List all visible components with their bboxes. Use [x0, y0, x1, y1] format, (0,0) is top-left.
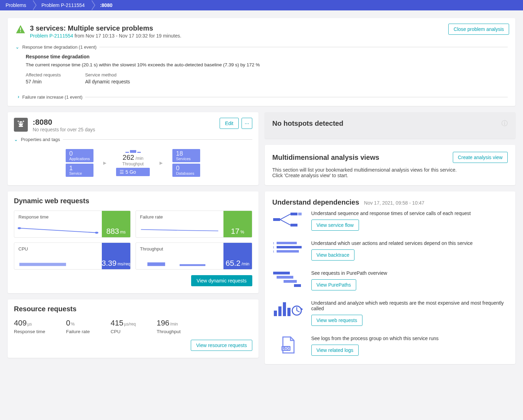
svg-line-35 [297, 311, 300, 312]
res-throughput: 196/min Throughput [157, 319, 181, 334]
event-1-toggle[interactable]: ⌄ Response time degradation (1 event) [15, 44, 508, 50]
svg-rect-29 [274, 311, 277, 316]
svg-point-4 [21, 122, 23, 124]
crumb-problems[interactable]: Problems [0, 0, 32, 10]
svg-rect-16 [291, 213, 297, 215]
event-1-detail: Response time degradation The current re… [15, 50, 508, 89]
svg-point-3 [19, 122, 21, 124]
svg-rect-26 [277, 276, 293, 279]
view-resource-requests-button[interactable]: View resource requests [191, 340, 252, 351]
warning-triangle-icon [15, 24, 26, 35]
flow-throughput: 262 /min Throughput ☰ 5 Go [116, 150, 150, 176]
service-avatar-icon [14, 118, 28, 132]
dep-web-requests-text: Understand and analyze which web request… [311, 300, 508, 311]
view-backtrace-button[interactable]: View backtrace [311, 249, 355, 261]
dep-backtrace-text: Understand which user actions and relate… [311, 240, 473, 246]
event-1-heading: Response time degradation [26, 54, 508, 59]
svg-rect-11 [147, 262, 165, 266]
create-analysis-view-button[interactable]: Create analysis view [453, 152, 508, 163]
svg-text:t: t [273, 241, 274, 245]
alert-subtitle: Problem P-2111554 from Nov 17 10:13 - No… [30, 33, 181, 39]
affected-requests: Affected requests 57 /min [26, 72, 61, 84]
svg-rect-13 [273, 218, 280, 221]
purepaths-icon [272, 270, 304, 290]
svg-rect-12 [180, 264, 205, 266]
svg-rect-22 [277, 246, 302, 248]
svg-line-14 [280, 214, 291, 220]
chevron-down-icon: ⌄ [15, 44, 19, 50]
web-requests-icon [272, 300, 304, 326]
svg-rect-27 [284, 280, 297, 283]
event-1-text: The current response time (20.1 s) withi… [26, 62, 508, 67]
problem-alert-card: 3 services: Multiple service problems Pr… [8, 18, 515, 106]
svg-rect-10 [19, 263, 66, 266]
flow-applications[interactable]: 0Applications [66, 149, 93, 162]
close-problem-analysis-button[interactable]: Close problem analysis [448, 24, 509, 35]
flow-go-bar[interactable]: ☰ 5 Go [116, 168, 150, 176]
svg-text:LOG: LOG [283, 347, 290, 351]
svg-rect-17 [298, 213, 302, 215]
dep-purepaths-text: See requests in PurePath overview [311, 270, 387, 276]
svg-rect-5 [19, 126, 23, 127]
metric-failure-rate[interactable]: Failure rate 17% [136, 211, 252, 238]
problem-link[interactable]: Problem P-2111554 [30, 33, 73, 39]
multidimensional-title: Multidimensional analysis views [272, 154, 379, 162]
svg-rect-20 [277, 242, 297, 244]
svg-rect-24 [277, 250, 299, 253]
info-icon[interactable]: ⓘ [501, 119, 508, 127]
res-cpu: 415µs/req CPU [111, 319, 136, 334]
multidimensional-text: This section will list your bookmarked m… [272, 167, 460, 178]
dependencies-card: Understand dependencies Nov 17, 2021, 09… [265, 191, 516, 364]
view-dynamic-requests-button[interactable]: View dynamic requests [191, 275, 252, 286]
res-response-time: 409µs Response time [14, 319, 45, 334]
svg-rect-0 [20, 27, 21, 30]
svg-marker-36 [301, 308, 303, 311]
multidimensional-card: Multidimensional analysis views Create a… [265, 145, 516, 185]
svg-point-9 [95, 232, 98, 234]
dependencies-timerange: Nov 17, 2021, 09:58 - 10:47 [364, 200, 425, 206]
view-web-requests-button[interactable]: View web requests [311, 315, 362, 326]
properties-toggle[interactable]: ⌄ Properties and tags [14, 137, 252, 142]
flow-services[interactable]: 18Services [172, 149, 200, 162]
svg-rect-28 [294, 284, 301, 287]
dependencies-title: Understand dependencies [272, 198, 359, 206]
metric-throughput[interactable]: Throughput 65.2/min [136, 242, 252, 270]
svg-point-7 [23, 121, 24, 122]
event-2-toggle[interactable]: ⌄ Failure rate increase (1 event) [15, 94, 508, 100]
svg-rect-31 [283, 302, 286, 316]
alert-title: 3 services: Multiple service problems [30, 24, 181, 32]
svg-rect-32 [287, 308, 291, 316]
resource-requests-card: Resource requests 409µs Response time 0%… [8, 299, 259, 358]
service-overview-card: :8080 No requests for over 25 days Edit … [8, 112, 259, 185]
resource-requests-title: Resource requests [14, 305, 252, 313]
res-failure-rate: 0% Failure rate [66, 319, 90, 334]
service-title: :8080 [33, 118, 95, 127]
service-flow-icon [272, 211, 304, 231]
svg-text:t: t [273, 246, 274, 249]
svg-rect-1 [20, 31, 21, 32]
chevron-down-icon: ⌄ [14, 137, 18, 142]
flow-service[interactable]: 1Service [66, 164, 93, 177]
more-actions-button[interactable]: ⋯ [242, 118, 252, 129]
view-service-flow-button[interactable]: View service flow [311, 220, 359, 231]
logs-icon: LOG [272, 336, 304, 356]
crumb-problem-id[interactable]: Problem P-2111554 [32, 0, 91, 10]
metric-response-time[interactable]: Response time 883ms [14, 211, 131, 238]
flow-databases[interactable]: 0Databases [172, 164, 200, 177]
service-subtitle: No requests for over 25 days [33, 127, 95, 132]
service-method: Service method All dynamic requests [85, 72, 130, 84]
dep-service-flow-text: Understand sequence and response times o… [311, 211, 471, 216]
view-purepaths-button[interactable]: View PurePaths [311, 279, 356, 290]
backtrace-icon: t t t [272, 240, 304, 261]
metric-cpu[interactable]: CPU 3.39ms/req [14, 242, 131, 270]
breadcrumb: Problems Problem P-2111554 :8080 [0, 0, 523, 10]
flow-arrow-icon: ▶ [103, 160, 106, 165]
svg-rect-30 [278, 306, 281, 316]
svg-point-6 [18, 121, 19, 122]
edit-button[interactable]: Edit [220, 118, 238, 129]
dynamic-requests-title: Dynamic web requests [14, 197, 252, 205]
dynamic-requests-card: Dynamic web requests Response time 883ms [8, 191, 259, 293]
view-related-logs-button[interactable]: View related logs [311, 345, 359, 356]
hotspots-title: No hotspots detected [272, 120, 343, 127]
svg-line-15 [280, 220, 291, 225]
